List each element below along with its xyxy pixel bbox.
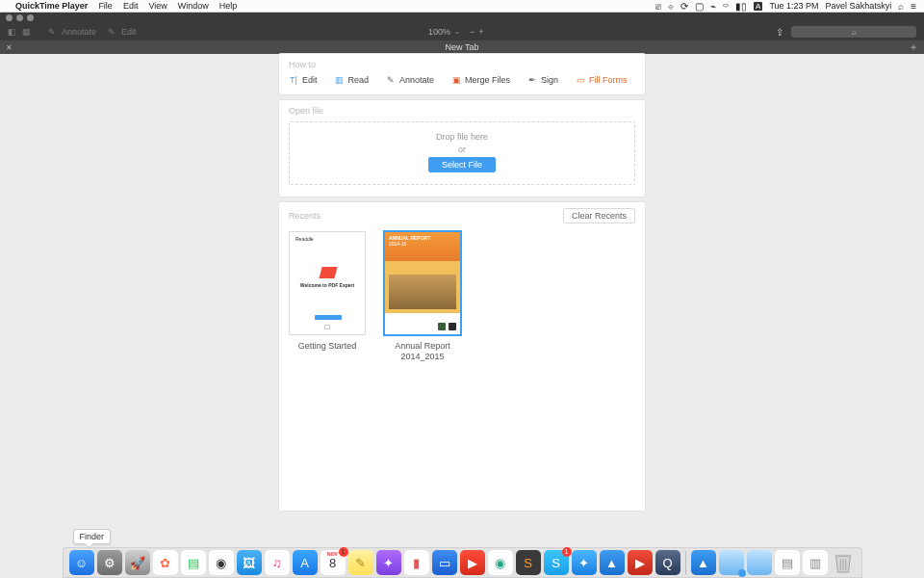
recent-item-annual-report[interactable]: ANNUAL REPORT2014-15 Annual Report 2014_… (379, 231, 466, 362)
dock-launchpad-icon[interactable]: 🚀 (125, 550, 150, 575)
dock-system-preferences-icon[interactable]: ⚙ (97, 550, 122, 575)
dock-chrome-icon[interactable]: ◉ (488, 550, 513, 575)
open-file-label: Open file (289, 106, 635, 116)
grid-toggle-icon[interactable]: ▦ (22, 27, 31, 37)
howto-read[interactable]: ▥Read (335, 75, 370, 85)
howto-annotate[interactable]: ✎Annotate (386, 75, 434, 85)
toolbar-edit-label[interactable]: Edit (121, 27, 137, 37)
chevron-down-icon[interactable]: ⌄ (454, 28, 460, 36)
dock-preview-icon[interactable]: 🖼 (237, 550, 262, 575)
window-close-button[interactable] (6, 14, 13, 21)
dock-pdf-expert-2-icon[interactable]: ▶ (628, 550, 653, 575)
dock: Finder ☺⚙🚀✿▤◉🖼♫A8NOV1✎✦▮▭▶◉SS1✦▲▶Q ▲▤▥ (0, 541, 924, 578)
trash-icon[interactable] (831, 550, 856, 575)
thumbnail-getting-started: Readdle Welcome to PDF Expert (289, 231, 366, 335)
dock-skype-icon[interactable]: S1 (544, 550, 569, 575)
zoom-in-icon[interactable]: + (478, 27, 483, 37)
input-source-icon[interactable]: A (754, 2, 762, 11)
tab-title[interactable]: New Tab (446, 42, 479, 52)
display-icon[interactable]: ⎚ (655, 1, 661, 12)
menubar-clock[interactable]: Tue 1:23 PM (769, 1, 818, 11)
search-input[interactable]: ⌕ (791, 26, 916, 38)
menu-view[interactable]: View (148, 1, 167, 11)
dock-numbers-icon[interactable]: ▤ (181, 550, 206, 575)
dock-stack-1-icon[interactable]: ▤ (775, 550, 800, 575)
edit-text-icon: T| (289, 75, 298, 85)
dock-sublime-icon[interactable]: S (516, 550, 541, 575)
status-icons: ⎚ ⟐ ⟳ ▢ ⌁ ⌔ ▮▯ A Tue 1:23 PM Pavel Sakha… (655, 1, 916, 12)
window-minimize-button[interactable] (16, 14, 23, 21)
dock-itunes-icon[interactable]: ♫ (265, 550, 290, 575)
fill-forms-icon: ▭ (576, 75, 585, 85)
tab-close-icon[interactable]: ✕ (6, 43, 13, 52)
menu-window[interactable]: Window (178, 1, 209, 11)
traffic-lights (6, 14, 34, 21)
howto-merge-label: Merge Files (465, 75, 510, 85)
dock-folder-2-icon[interactable] (747, 550, 772, 575)
dock-finder-icon[interactable]: ☺ (69, 550, 94, 575)
notification-center-icon[interactable]: ≡ (911, 1, 916, 12)
dock-arrow-app-2-icon[interactable]: ▲ (691, 550, 716, 575)
dock-stack-2-icon[interactable]: ▥ (803, 550, 828, 575)
howto-fill-forms[interactable]: ▭Fill Forms (576, 75, 628, 85)
dock-notes-icon[interactable]: ✎ (348, 550, 373, 575)
howto-edit[interactable]: T|Edit (289, 75, 318, 85)
dock-tooltip: Finder (73, 529, 112, 544)
annotate-icon[interactable]: ✎ (48, 27, 56, 37)
dropbox-icon[interactable]: ⟐ (668, 1, 674, 12)
read-icon: ▥ (335, 75, 345, 85)
howto-card: How to T|Edit ▥Read ✎Annotate ▣Merge Fil… (279, 54, 645, 94)
tab-bar: ✕ New Tab ＋ (0, 40, 924, 54)
sync-icon[interactable]: ⟳ (680, 1, 688, 12)
dock-charts-icon[interactable]: ▮ (404, 550, 429, 575)
dropzone[interactable]: Drop file here or Select File (289, 121, 635, 185)
bluetooth-icon[interactable]: ⌁ (710, 1, 716, 12)
spotlight-icon[interactable]: ⌕ (898, 1, 904, 12)
howto-sign-label: Sign (541, 75, 558, 85)
dock-arrow-app-1-icon[interactable]: ▲ (600, 550, 625, 575)
zoom-level[interactable]: 100% (428, 27, 450, 37)
clear-recents-button[interactable]: Clear Recents (563, 208, 635, 223)
tab-add-icon[interactable]: ＋ (909, 40, 918, 54)
dock-folder-1-icon[interactable] (719, 550, 744, 575)
howto-fill-forms-label: Fill Forms (589, 75, 628, 85)
dock-activity-monitor-icon[interactable]: ◉ (209, 550, 234, 575)
search-icon: ⌕ (852, 28, 857, 37)
window-zoom-button[interactable] (27, 14, 34, 21)
annotate-pen-icon: ✎ (386, 75, 396, 85)
dock-inner: Finder ☺⚙🚀✿▤◉🖼♫A8NOV1✎✦▮▭▶◉SS1✦▲▶Q ▲▤▥ (63, 547, 862, 578)
menu-help[interactable]: Help (219, 1, 238, 11)
dock-safari-icon[interactable]: ✦ (572, 550, 597, 575)
dock-pdf-expert-1-icon[interactable]: ▶ (460, 550, 485, 575)
thumbnail-label: Getting Started (298, 341, 357, 352)
menu-edit[interactable]: Edit (123, 1, 139, 11)
dock-quicktime-icon[interactable]: Q (655, 550, 680, 575)
battery-icon[interactable]: ▮▯ (735, 1, 747, 12)
howto-edit-label: Edit (302, 75, 318, 85)
dock-photos-icon[interactable]: ✿ (153, 550, 178, 575)
dock-app-store-icon[interactable]: A (293, 550, 318, 575)
thumbnail-annual-report: ANNUAL REPORT2014-15 (384, 231, 461, 335)
toolbar-annotate-label[interactable]: Annotate (62, 27, 96, 37)
select-file-button[interactable]: Select File (428, 157, 496, 172)
zoom-out-icon[interactable]: − (470, 27, 475, 37)
share-icon[interactable]: ⇪ (776, 27, 783, 38)
menubar-user[interactable]: Pavel Sakhatskyi (826, 1, 892, 11)
dock-separator (685, 551, 686, 574)
recent-item-getting-started[interactable]: Readdle Welcome to PDF Expert Getting St… (289, 231, 366, 362)
wifi-icon[interactable]: ⌔ (723, 1, 729, 12)
dock-feedback-icon[interactable]: ✦ (376, 550, 401, 575)
dock-calendar-icon[interactable]: 8NOV1 (321, 550, 346, 575)
airplay-icon[interactable]: ▢ (695, 1, 704, 12)
app-toolbar: ◧ ▦ ✎ Annotate ✎ Edit 100% ⌄ − + ⇪ ⌕ (0, 23, 924, 40)
app-name[interactable]: QuickTime Player (15, 1, 88, 11)
merge-icon: ▣ (451, 75, 461, 85)
menubar: QuickTime Player File Edit View Window H… (0, 0, 924, 13)
sidebar-toggle-icon[interactable]: ◧ (8, 27, 16, 37)
howto-merge[interactable]: ▣Merge Files (451, 75, 510, 85)
howto-sign[interactable]: ✒Sign (527, 75, 558, 85)
howto-annotate-label: Annotate (399, 75, 434, 85)
dock-keynote-icon[interactable]: ▭ (432, 550, 457, 575)
edit-icon[interactable]: ✎ (108, 27, 116, 37)
menu-file[interactable]: File (98, 1, 113, 11)
